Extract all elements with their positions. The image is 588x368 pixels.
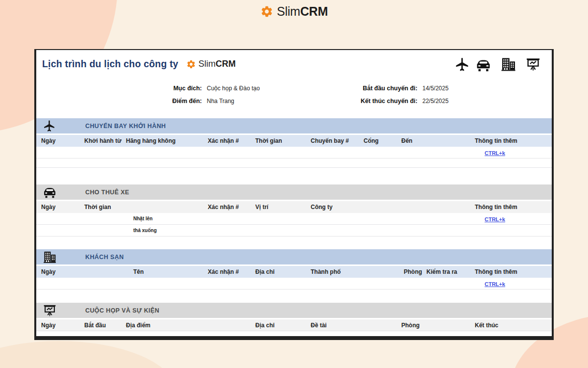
car-icon <box>36 185 85 199</box>
section-flights: CHUYẾN BAY KHỞI HÀNH Ngày Khởi hành từ H… <box>36 118 552 168</box>
column-header: Thành phố <box>306 268 396 275</box>
table-row[interactable] <box>36 158 552 168</box>
column-header: Ngày <box>36 137 79 144</box>
section-meetings: CUỘC HỌP VÀ SỰ KIỆN Ngày Bắt đầu Địa điể… <box>36 303 552 331</box>
section-hotel-bar: KHÁCH SẠN <box>36 249 552 264</box>
building-icon <box>500 56 516 72</box>
presentation-icon <box>36 303 85 317</box>
destination-label: Điểm đến: <box>36 98 202 105</box>
column-header: Xác nhận # <box>203 204 250 210</box>
column-header: Cổng <box>359 137 396 144</box>
column-header: Địa chỉ <box>250 322 306 329</box>
dropoff-label: thả xuống <box>121 228 203 233</box>
trip-info: Mục đích: Cuộc họp & Đào tạo Bắt đầu chu… <box>36 82 552 107</box>
column-header-group: Phòng Kiểm tra ra <box>396 268 470 275</box>
column-header: Chuyến bay # <box>306 137 359 144</box>
column-header: Xác nhận # <box>203 137 250 144</box>
section-flights-bar: CHUYẾN BAY KHỞI HÀNH <box>36 118 552 133</box>
itinerary-document: Lịch trình du lịch cho công ty SlimCRM <box>34 49 554 340</box>
ctrl-k-link[interactable]: CTRL+k <box>485 281 505 287</box>
page-brand: SlimCRM <box>0 0 588 19</box>
column-header: Xác nhận # <box>203 268 250 275</box>
column-header: Phòng <box>404 268 422 275</box>
table-row[interactable]: thả xuống <box>36 225 552 237</box>
column-header: Thời gian <box>250 137 306 144</box>
presentation-icon <box>525 56 541 72</box>
corner-blob-bottom-left <box>0 341 176 368</box>
column-header: Tên <box>79 268 203 275</box>
trip-start-label: Bắt đầu chuyến đi: <box>329 85 417 92</box>
header-icon-strip <box>454 56 545 72</box>
column-header: Thời gian <box>79 204 203 210</box>
table-row[interactable]: CTRL+k <box>36 278 552 289</box>
column-header: Ngày <box>36 204 79 210</box>
column-header: Kiểm tra ra <box>426 268 457 275</box>
table-row[interactable]: Nhặt lên CTRL+k <box>36 213 552 225</box>
column-header: Công ty <box>306 204 470 210</box>
section-title: CUỘC HỌP VÀ SỰ KIỆN <box>85 307 159 314</box>
section-title: CHUYẾN BAY KHỞI HÀNH <box>85 123 166 130</box>
column-header: Đề tài <box>306 322 396 329</box>
car-rental-header-row: Ngày Thời gian Xác nhận # Vị trí Công ty… <box>36 201 552 213</box>
gear-icon <box>260 5 273 18</box>
column-header: Ngày <box>36 322 79 329</box>
ctrl-k-link[interactable]: CTRL+k <box>485 150 505 156</box>
pickup-label: Nhặt lên <box>121 216 203 221</box>
column-header: Phòng <box>396 322 470 329</box>
section-car-rental: CHO THUÊ XE Ngày Thời gian Xác nhận # Vị… <box>36 184 552 237</box>
column-header: Thông tin thêm <box>470 268 552 275</box>
page-title: Lịch trình du lịch cho công ty <box>42 58 178 70</box>
info-row: Điểm đến: Nha Trang Kết thúc chuyến đi: … <box>36 95 552 107</box>
section-title: KHÁCH SẠN <box>85 254 124 261</box>
column-header: Thông tin thêm <box>470 137 552 144</box>
column-header: Đến <box>396 137 470 144</box>
document-header: Lịch trình du lịch cho công ty SlimCRM <box>42 56 545 72</box>
brand-name: SlimCRM <box>277 4 328 19</box>
page-background: { "brand": { "name_regular": "Slim", "na… <box>0 0 588 368</box>
flights-header-row: Ngày Khởi hành từ Hãng hàng không Xác nh… <box>36 135 552 147</box>
purpose-label: Mục đích: <box>36 85 202 92</box>
section-car-rental-bar: CHO THUÊ XE <box>36 184 552 200</box>
column-header: Kết thúc <box>470 322 552 329</box>
column-header: Thông tin thêm <box>470 204 552 210</box>
building-icon <box>36 250 85 264</box>
column-header: Hãng hàng không <box>121 137 203 144</box>
meetings-header-row: Ngày Bắt đầu Địa điểm Địa chỉ Đề tài Phò… <box>36 319 552 331</box>
hotel-header-row: Ngày Tên Xác nhận # Địa chỉ Thành phố Ph… <box>36 266 552 278</box>
info-row: Mục đích: Cuộc họp & Đào tạo Bắt đầu chu… <box>36 82 552 95</box>
ctrl-k-link[interactable]: CTRL+k <box>485 216 505 222</box>
gear-icon <box>186 59 196 69</box>
section-hotel: KHÁCH SẠN Ngày Tên Xác nhận # Địa chỉ Th… <box>36 249 552 289</box>
airplane-icon <box>36 119 85 132</box>
purpose-value[interactable]: Cuộc họp & Đào tạo <box>202 85 329 92</box>
column-header: Địa điểm <box>121 322 250 329</box>
section-meetings-bar: CUỘC HỌP VÀ SỰ KIỆN <box>36 303 552 318</box>
airplane-icon <box>454 56 470 72</box>
column-header: Bắt đầu <box>79 322 121 329</box>
table-row[interactable]: CTRL+k <box>36 147 552 158</box>
brand-name: SlimCRM <box>198 59 236 69</box>
column-header: Khởi hành từ <box>79 137 121 144</box>
doc-brand: SlimCRM <box>186 59 236 69</box>
car-icon <box>475 57 491 72</box>
trip-end-label: Kết thúc chuyến đi: <box>329 98 417 105</box>
column-header: Ngày <box>36 268 79 275</box>
trip-start-value[interactable]: 14/5/2025 <box>417 85 552 92</box>
trip-end-value[interactable]: 22/5/2025 <box>417 98 552 105</box>
section-title: CHO THUÊ XE <box>85 189 129 196</box>
column-header: Vị trí <box>250 204 306 210</box>
column-header: Địa chỉ <box>250 268 306 275</box>
destination-value[interactable]: Nha Trang <box>202 98 329 105</box>
